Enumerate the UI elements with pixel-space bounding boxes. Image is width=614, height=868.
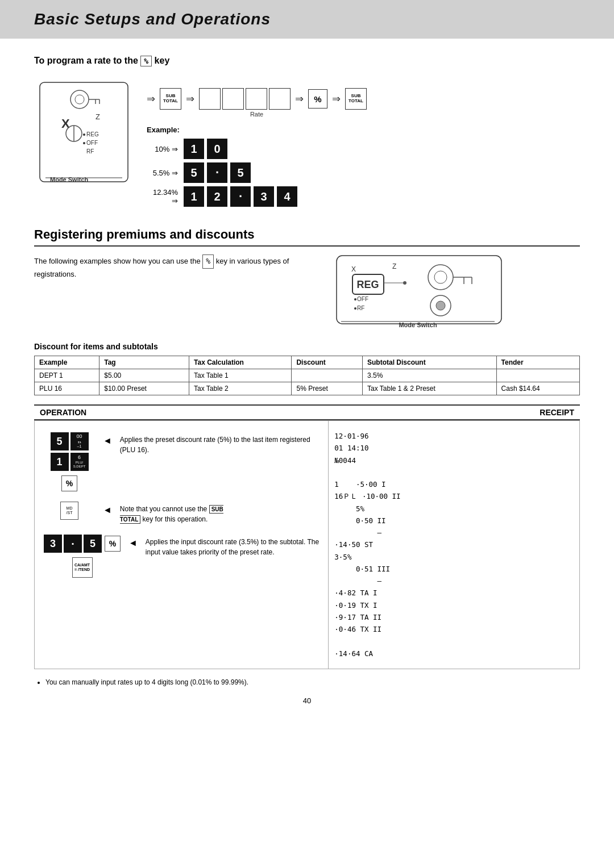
svg-text:RF: RF — [357, 305, 364, 311]
svg-text:OFF: OFF — [86, 140, 98, 146]
svg-point-25 — [354, 298, 356, 301]
receipt-line: 3·5% — [334, 551, 574, 563]
op-desc-1: Applies the preset discount rate (5%) to… — [120, 432, 319, 455]
mode-switch-diagram: X Z REG OFF RF Mode Switch — [34, 77, 136, 193]
arrow3: ⇒ — [295, 93, 304, 105]
cell-tag1: $5.00 — [99, 369, 189, 382]
subtotal-btn-2: SUBTOTAL — [345, 88, 367, 110]
svg-point-1 — [70, 90, 89, 108]
key-4: 4 — [277, 186, 297, 207]
col-subtotal-discount: Subtotal Discount — [363, 356, 497, 369]
receipt-line: ·4·82 TA I — [334, 587, 574, 599]
receipt-panel: 12·01·96 01 14:10 №0044 1 ·5·00 I 16ＰＬ ·… — [329, 421, 579, 669]
nk-5: 5 — [51, 432, 69, 450]
example-row-2: 5.5% ⇒ 5 · 5 — [147, 162, 367, 183]
receipt-line: ·0·19 TX I — [334, 599, 574, 611]
cell-dept: DEPT 1 — [35, 369, 99, 382]
operation-panel: 5 00 ₂₁ –1 1 6 PLU/S.DEPT — [35, 421, 329, 669]
percent-key-inline: % — [140, 56, 152, 66]
col-example: Example — [35, 356, 99, 369]
svg-text:Mode Switch: Mode Switch — [399, 322, 437, 328]
blank-key-4 — [269, 88, 291, 110]
ca-key: CA/AMT = /TEND — [72, 557, 93, 578]
receipt-line: – — [334, 527, 574, 539]
section2-top: The following examples show how you can … — [34, 254, 580, 331]
arrow-step2: ◄ — [103, 502, 112, 515]
example-label: Example: — [147, 126, 367, 134]
arrow1: ⇒ — [147, 93, 155, 105]
section2-desc: The following examples show how you can … — [34, 254, 318, 281]
section1: To program a rate to the % key X — [34, 56, 580, 210]
key-1: 1 — [184, 139, 204, 159]
op-receipt-body: 5 00 ₂₁ –1 1 6 PLU/S.DEPT — [34, 420, 580, 669]
example-row-3: 12.34% ⇒ 1 2 · 3 4 — [147, 186, 367, 207]
blank-key-2 — [222, 88, 244, 110]
svg-point-34 — [436, 301, 445, 310]
svg-text:X: X — [61, 116, 70, 131]
key-2: 2 — [207, 186, 227, 207]
receipt-line: ·0·46 TX II — [334, 623, 574, 635]
svg-point-2 — [75, 95, 84, 104]
receipt-line: 0·50 II — [334, 515, 574, 527]
svg-point-27 — [354, 307, 356, 310]
operation-label: OPERATION — [40, 408, 86, 417]
svg-point-29 — [434, 271, 447, 283]
pct-key-2: % — [105, 536, 121, 552]
cell-tender2: Cash $14.64 — [496, 382, 579, 395]
receipt-line: ·9·17 TA II — [334, 611, 574, 623]
cell-tax1: Tax Table 1 — [189, 369, 292, 382]
svg-text:Mode Switch: Mode Switch — [50, 176, 89, 183]
svg-point-23 — [403, 281, 406, 285]
discount-subsection: Discount for items and subtotals Example… — [34, 342, 580, 395]
op-step-2: MD /ST ◄ Note that you cannot use the SU… — [44, 502, 319, 524]
receipt-line: ·14·50 ST — [334, 539, 574, 550]
svg-text:OFF: OFF — [357, 296, 368, 302]
cell-tag2: $10.00 Preset — [99, 382, 189, 395]
nk-00-dept1: 00 ₂₁ –1 — [70, 432, 89, 450]
percent-btn: % — [308, 89, 327, 108]
key-5: 5 — [184, 162, 204, 183]
op-step-1: 5 00 ₂₁ –1 1 6 PLU/S.DEPT — [44, 432, 319, 491]
page-number: 40 — [34, 696, 580, 705]
receipt-line: ·14·64 CA — [334, 648, 574, 660]
cell-disc1 — [292, 369, 363, 382]
svg-point-28 — [428, 265, 453, 290]
page-header: Basic Setups and Operations — [0, 0, 614, 39]
op-desc-2: Note that you cannot use the SUBTOTAL ke… — [120, 502, 319, 524]
blank-key-1 — [199, 88, 221, 110]
key-5b: 5 — [230, 162, 251, 183]
cell-subdis2: Tax Table 1 & 2 Preset — [363, 382, 497, 395]
key-1b: 1 — [184, 186, 204, 207]
receipt-line: 16ＰＬ ·10·00 II — [334, 490, 574, 502]
table-row: PLU 16 $10.00 Preset Tax Table 2 5% Pres… — [35, 382, 580, 395]
example-block: Example: 10% ⇒ 1 0 5.5% ⇒ 5 — [147, 126, 367, 210]
section1-diagram: X Z REG OFF RF Mode Switch — [34, 77, 580, 210]
percent-key-inline2: % — [202, 254, 214, 269]
receipt-line: 0·51 III — [334, 563, 574, 575]
op-keys-3: 3 · 5 % CA/AMT = /TEND — [44, 535, 121, 578]
receipt-line: 12·01·96 — [334, 430, 574, 442]
nk-3: 3 — [44, 535, 62, 553]
svg-text:Z: Z — [392, 262, 396, 270]
col-tag: Tag — [99, 356, 189, 369]
op-step-3: 3 · 5 % CA/AMT = /TEND ◄ — [44, 535, 319, 578]
page-title: Basic Setups and Operations — [34, 10, 580, 28]
footer-note-item: You can manually input rates up to 4 dig… — [45, 678, 580, 686]
arrow4: ⇒ — [332, 93, 341, 105]
cell-subdis1: 3.5% — [363, 369, 497, 382]
op-desc-3: Applies the input discount rate (3.5%) t… — [146, 535, 319, 557]
blank-keys — [199, 88, 291, 110]
section2-title: Registering premiums and discounts — [34, 227, 580, 247]
cell-tax2: Tax Table 2 — [189, 382, 292, 395]
nk-dot3: · — [64, 535, 82, 553]
op-keys-1: 5 00 ₂₁ –1 1 6 PLU/S.DEPT — [44, 432, 95, 491]
key-dot: · — [207, 162, 227, 183]
key-3: 3 — [254, 186, 274, 207]
section1-title: To program a rate to the % key — [34, 56, 580, 66]
example-row-1: 10% ⇒ 1 0 — [147, 139, 367, 159]
op-keys-2: MD /ST — [44, 502, 95, 520]
footer-notes: You can manually input rates up to 4 dig… — [45, 678, 580, 686]
nk-1: 1 — [51, 453, 69, 471]
svg-text:RF: RF — [86, 148, 94, 155]
svg-point-13 — [83, 142, 85, 144]
